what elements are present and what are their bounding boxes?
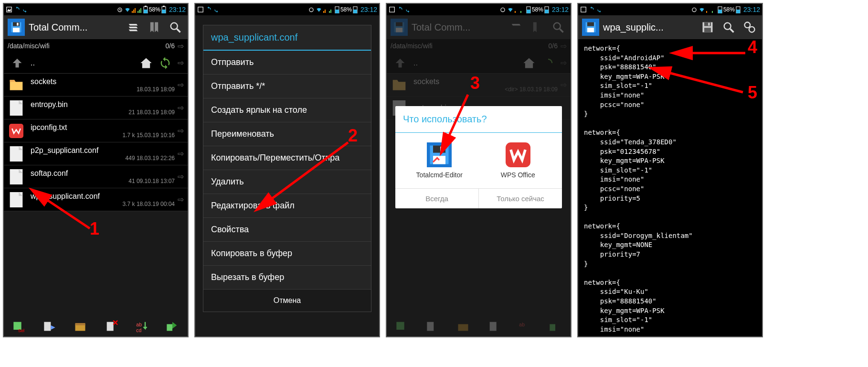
arrow-icon[interactable]: ⇨ xyxy=(178,126,184,135)
file-icon xyxy=(8,191,25,208)
svg-point-81 xyxy=(692,8,696,12)
svg-rect-42 xyxy=(325,10,326,13)
parent-dir[interactable]: .. xyxy=(31,59,35,67)
signal-icon xyxy=(515,6,519,13)
svg-text:ab: ab xyxy=(519,322,525,327)
menu-item[interactable]: Копировать в буфер xyxy=(203,242,371,266)
menu-item[interactable]: Редактировать файл xyxy=(203,194,371,218)
bookmarks-icon xyxy=(529,19,546,36)
file-item[interactable]: softap.conf41 09.10.18 13:07⇨ xyxy=(4,165,188,188)
svg-rect-6 xyxy=(138,11,138,13)
select-icon[interactable]: Sel xyxy=(11,318,28,335)
file-item[interactable]: ipconfig.txt1.7 k 15.03.19 10:16⇨ xyxy=(4,119,188,142)
search-icon xyxy=(550,19,567,36)
settings-icon[interactable] xyxy=(741,19,758,36)
svg-rect-54 xyxy=(520,11,521,13)
arrow-icon[interactable]: ⇨ xyxy=(178,172,184,181)
history-icon[interactable] xyxy=(125,19,142,36)
menu-item[interactable]: Свойства xyxy=(203,218,371,242)
file-item[interactable]: wpa_supplicant.conf3.7 k 18.03.19 00:04⇨ xyxy=(4,188,188,211)
image-icon xyxy=(389,6,395,13)
exit-icon[interactable] xyxy=(164,318,181,335)
menu-item[interactable]: Копировать/Переместить/Отпра xyxy=(203,146,371,170)
screen-2: 58% 23:12 wpa_supplicant.conf ОтправитьО… xyxy=(194,3,380,337)
image-icon xyxy=(580,6,587,13)
svg-rect-11 xyxy=(145,6,147,7)
cancel-button[interactable]: Отмена xyxy=(203,290,371,312)
sync-icon xyxy=(205,6,212,13)
file-item[interactable]: entropy.bin21 18.03.19 18:09⇨ xyxy=(4,97,188,119)
wifi-icon xyxy=(699,6,705,13)
search-icon[interactable] xyxy=(167,19,184,36)
file-item[interactable]: sockets 18.03.19 18:09⇨ xyxy=(4,74,188,97)
copy-icon[interactable] xyxy=(41,318,58,335)
chooser-app-totalcmd[interactable]: Totalcmd-Editor xyxy=(400,142,479,179)
svg-text:cd: cd xyxy=(136,327,141,333)
sync-icon xyxy=(405,6,412,13)
menu-item[interactable]: Отправить */* xyxy=(203,75,371,98)
svg-rect-56 xyxy=(527,10,530,13)
path-bar: /data/misc/wifi 0/6 ⇨ xyxy=(387,39,571,53)
sync-icon xyxy=(588,6,595,13)
menu-item[interactable]: Удалить xyxy=(203,170,371,194)
bookmarks-icon[interactable] xyxy=(146,19,163,36)
svg-text:✕: ✕ xyxy=(112,320,118,327)
arrow-icon[interactable]: ⇨ xyxy=(178,103,184,112)
battery-icon xyxy=(335,6,339,13)
arrow-icon[interactable]: ⇨ xyxy=(178,58,184,67)
up-icon[interactable] xyxy=(8,54,27,73)
alarm-icon xyxy=(499,6,506,13)
battery-icon xyxy=(736,6,741,13)
screen-3: 58% 23:12 Total Comm... /data/misc/wifi … xyxy=(386,3,572,337)
chooser-app-wps[interactable]: WPS Office xyxy=(479,142,558,179)
wifi-icon xyxy=(507,6,514,13)
svg-rect-8 xyxy=(140,8,141,13)
bottom-bar: ab xyxy=(387,316,571,336)
sort-icon[interactable]: abcd xyxy=(133,318,150,335)
battery-text: 58% xyxy=(532,6,543,13)
file-name: sockets xyxy=(31,77,175,86)
refresh-icon[interactable] xyxy=(156,54,175,73)
zip-icon[interactable] xyxy=(72,318,89,335)
signal-icon xyxy=(712,6,717,13)
action-bar: wpa_supplic... xyxy=(578,15,762,39)
battery-text: 58% xyxy=(723,6,735,13)
menu-item[interactable]: Отправить xyxy=(203,51,371,75)
app-icon[interactable] xyxy=(582,19,599,36)
menu-item[interactable]: Переименовать xyxy=(203,122,371,146)
editor-content[interactable]: network={ ssid="AndroidAP" psk="88881540… xyxy=(578,39,762,336)
arrow-icon[interactable]: ⇨ xyxy=(178,42,184,51)
chooser-title: Что использовать? xyxy=(395,106,562,133)
svg-rect-53 xyxy=(515,11,516,13)
file-icon xyxy=(8,122,25,140)
menu-item[interactable]: Вырезать в буфер xyxy=(203,266,371,290)
svg-rect-95 xyxy=(704,28,711,32)
search-icon[interactable] xyxy=(720,19,737,36)
app-title: Total Comm... xyxy=(412,22,504,33)
file-icon xyxy=(8,76,25,94)
arrow-icon[interactable]: ⇨ xyxy=(178,80,184,89)
once-button[interactable]: Только сейчас xyxy=(479,189,562,208)
file-meta: 1.7 k 15.03.19 10:16 xyxy=(31,132,175,139)
save-icon[interactable] xyxy=(699,19,716,36)
svg-rect-69 xyxy=(440,147,444,152)
app-icon[interactable] xyxy=(8,19,25,36)
delete-icon[interactable]: ✕ xyxy=(103,318,120,335)
file-icon xyxy=(8,145,25,162)
battery-icon xyxy=(143,6,148,13)
annotation-1: 1 xyxy=(90,219,99,239)
sync-icon xyxy=(213,6,220,13)
always-button[interactable]: Всегда xyxy=(395,189,479,208)
signal-icon xyxy=(520,6,525,13)
home-icon[interactable] xyxy=(137,54,156,73)
file-item[interactable]: p2p_supplicant.conf449 18.03.19 22:26⇨ xyxy=(4,142,188,165)
svg-rect-83 xyxy=(712,11,713,13)
svg-text:ab: ab xyxy=(136,322,142,327)
status-bar: 58% 23:12 xyxy=(387,4,571,15)
battery-text: 58% xyxy=(340,6,352,13)
arrow-icon[interactable]: ⇨ xyxy=(178,195,184,204)
menu-item[interactable]: Создать ярлык на столе xyxy=(203,98,371,122)
status-bar: 58% 23:12 xyxy=(195,4,379,15)
arrow-icon[interactable]: ⇨ xyxy=(178,149,184,158)
svg-rect-19 xyxy=(13,28,20,32)
